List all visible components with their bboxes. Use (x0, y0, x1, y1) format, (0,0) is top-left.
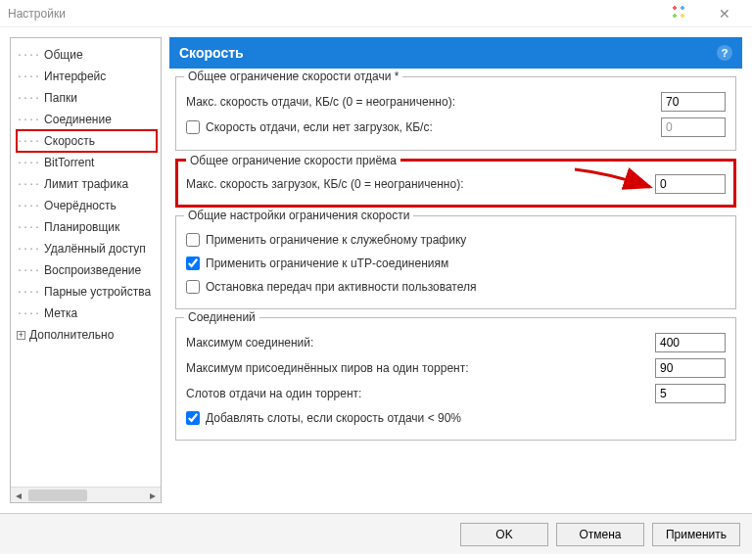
group-connections: Соединений Максимум соединений: Максимум… (175, 317, 736, 441)
upload-alt-checkbox[interactable] (186, 120, 200, 134)
add-slots-label: Добавлять слоты, если скорость отдачи < … (206, 411, 726, 425)
scroll-right-icon[interactable]: ▸ (145, 489, 161, 502)
sidebar-item-label: Метка (44, 306, 77, 320)
sidebar-item[interactable]: ····Интерфейс (17, 66, 157, 87)
sidebar-item[interactable]: ····Папки (17, 87, 157, 109)
help-icon[interactable]: ? (717, 45, 732, 61)
download-max-input[interactable] (655, 174, 726, 194)
titlebar: Настройки ✕ (0, 0, 752, 27)
section-header: Скорость ? (169, 37, 742, 69)
upload-max-label: Макс. скорость отдачи, КБ/с (0 = неогран… (186, 95, 661, 109)
sidebar-item[interactable]: +Дополнительно (17, 324, 157, 346)
max-peers-input[interactable] (655, 358, 726, 378)
content: Общее ограничение скорости отдачи * Макс… (169, 69, 742, 503)
tree-branch-icon: ···· (17, 308, 40, 319)
expand-icon[interactable]: + (17, 331, 25, 340)
sidebar-item-label: Планировщик (44, 220, 119, 234)
tree-branch-icon: ···· (17, 158, 40, 168)
dialog-body: ····Общие····Интерфейс····Папки····Соеди… (0, 27, 752, 513)
tree-branch-icon: ···· (17, 244, 40, 255)
add-slots-checkbox[interactable] (186, 411, 200, 425)
max-peers-label: Максимум присоединённых пиров на один то… (186, 361, 655, 375)
tree-branch-icon: ···· (17, 50, 40, 61)
tree-branch-icon: ···· (17, 93, 40, 104)
sidebar-item-label: Общие (44, 48, 82, 62)
app-icon (666, 4, 705, 23)
sidebar-item-label: Удалённый доступ (44, 242, 146, 256)
scroll-left-icon[interactable]: ◂ (11, 489, 26, 502)
group-connections-title: Соединений (184, 310, 259, 324)
group-general-title: Общие настройки ограничения скорости (184, 209, 413, 222)
close-icon[interactable]: ✕ (705, 6, 744, 22)
sidebar-item[interactable]: ····Планировщик (17, 216, 157, 238)
sidebar-item-label: Скорость (44, 134, 95, 148)
upload-slots-input[interactable] (655, 384, 726, 403)
stop-on-activity-label: Остановка передач при активности пользов… (206, 280, 726, 294)
upload-alt-label: Скорость отдачи, если нет загрузок, КБ/с… (206, 120, 661, 134)
apply-utp-label: Применить ограничение к uTP-соединениям (206, 257, 726, 270)
sidebar-item[interactable]: ····Парные устройства (17, 281, 157, 303)
sidebar-item[interactable]: ····BitTorrent (17, 152, 157, 173)
sidebar: ····Общие····Интерфейс····Папки····Соеди… (10, 37, 162, 503)
sidebar-item-label: Соединение (44, 113, 112, 126)
sidebar-item[interactable]: ····Воспроизведение (17, 259, 157, 281)
tree-branch-icon: ···· (17, 115, 40, 125)
cancel-button[interactable]: Отмена (556, 523, 644, 546)
apply-utp-checkbox[interactable] (186, 257, 200, 270)
sidebar-item[interactable]: ····Метка (17, 303, 157, 324)
sidebar-item-label: Папки (44, 91, 77, 105)
max-connections-input[interactable] (655, 333, 726, 352)
max-connections-label: Максимум соединений: (186, 336, 655, 350)
stop-on-activity-checkbox[interactable] (186, 280, 200, 294)
sidebar-item[interactable]: ····Скорость (17, 130, 157, 152)
sidebar-item[interactable]: ····Удалённый доступ (17, 238, 157, 259)
upload-alt-input (661, 117, 726, 137)
sidebar-item-label: Очерёдность (44, 199, 117, 212)
group-download-title: Общее ограничение скорости приёма (186, 154, 400, 167)
tree-branch-icon: ···· (17, 222, 40, 233)
window-title: Настройки (8, 7, 666, 21)
sidebar-item-label: Интерфейс (44, 70, 106, 83)
upload-max-input[interactable] (661, 92, 726, 112)
download-max-label: Макс. скорость загрузок, КБ/с (0 = неогр… (186, 177, 655, 191)
section-title: Скорость (179, 45, 244, 61)
tree-branch-icon: ···· (17, 179, 40, 190)
tree-branch-icon: ···· (17, 287, 40, 298)
sidebar-item-label: Воспроизведение (44, 263, 141, 277)
sidebar-scrollbar[interactable]: ◂ ▸ (11, 487, 161, 502)
scroll-thumb[interactable] (28, 490, 87, 501)
main-panel: Скорость ? Общее ограничение скорости от… (169, 37, 742, 503)
upload-slots-label: Слотов отдачи на один торрент: (186, 387, 655, 400)
sidebar-item[interactable]: ····Соединение (17, 109, 157, 130)
sidebar-item[interactable]: ····Лимит трафика (17, 173, 157, 195)
sidebar-item[interactable]: ····Общие (17, 44, 157, 66)
apply-overhead-checkbox[interactable] (186, 233, 200, 247)
tree-branch-icon: ···· (17, 265, 40, 276)
group-upload-limit: Общее ограничение скорости отдачи * Макс… (175, 76, 736, 151)
tree-branch-icon: ···· (17, 71, 40, 82)
apply-overhead-label: Применить ограничение к служебному трафи… (206, 233, 726, 247)
group-download-limit: Общее ограничение скорости приёма Макс. … (175, 159, 736, 208)
sidebar-item-label: Дополнительно (29, 328, 114, 342)
apply-button[interactable]: Применить (652, 523, 740, 546)
group-upload-title: Общее ограничение скорости отдачи * (184, 70, 402, 83)
group-general-limits: Общие настройки ограничения скорости При… (175, 215, 736, 309)
sidebar-item-label: Лимит трафика (44, 177, 128, 191)
sidebar-item-label: BitTorrent (44, 156, 94, 169)
tree-branch-icon: ···· (17, 136, 40, 147)
sidebar-item-label: Парные устройства (44, 285, 151, 299)
sidebar-item[interactable]: ····Очерёдность (17, 195, 157, 216)
ok-button[interactable]: OK (460, 523, 548, 546)
button-bar: OK Отмена Применить (0, 513, 752, 554)
tree-branch-icon: ···· (17, 201, 40, 211)
